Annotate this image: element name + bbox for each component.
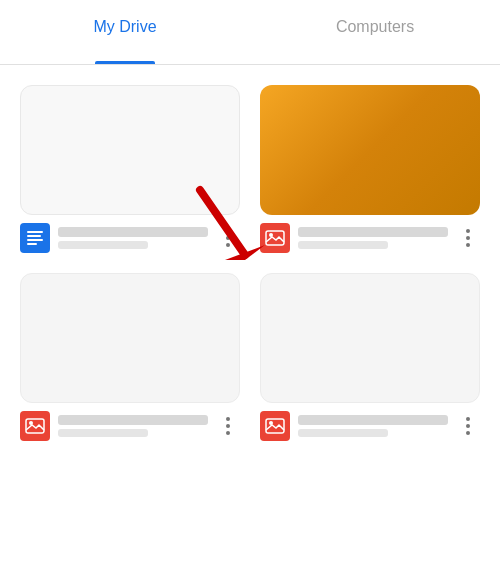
- thumbnail-3[interactable]: [20, 273, 240, 403]
- grid-item-1: [20, 85, 240, 253]
- file-name-area-4: [298, 415, 448, 437]
- file-name-subbar-2: [298, 241, 388, 249]
- doc-icon-1: [20, 223, 50, 253]
- thumbnail-2[interactable]: [260, 85, 480, 215]
- file-name-bar-4: [298, 415, 448, 425]
- file-name-bar-2: [298, 227, 448, 237]
- more-dot: [466, 243, 470, 247]
- doc-lines-1: [22, 225, 48, 251]
- file-name-area-1: [58, 227, 208, 249]
- file-name-bar-3: [58, 415, 208, 425]
- file-name-subbar-4: [298, 429, 388, 437]
- more-dot: [466, 424, 470, 428]
- more-dot: [226, 431, 230, 435]
- svg-rect-0: [266, 231, 284, 245]
- file-info-row-2: [260, 223, 480, 253]
- more-dot: [466, 417, 470, 421]
- more-menu-button-item-2[interactable]: [456, 226, 480, 250]
- file-name-subbar-1: [58, 241, 148, 249]
- file-name-area-3: [58, 415, 208, 437]
- svg-rect-2: [26, 419, 44, 433]
- svg-rect-4: [266, 419, 284, 433]
- file-info-row-4: [260, 411, 480, 441]
- file-name-subbar-3: [58, 429, 148, 437]
- tab-active-indicator: [95, 61, 155, 64]
- mountain-svg-4: [265, 418, 285, 434]
- file-name-bar-1: [58, 227, 208, 237]
- doc-line: [27, 243, 37, 245]
- thumbnail-1[interactable]: [20, 85, 240, 215]
- more-dot: [226, 236, 230, 240]
- more-dot: [226, 243, 230, 247]
- more-menu-button-item-3[interactable]: [216, 414, 240, 438]
- tab-computers[interactable]: Computers: [250, 0, 500, 64]
- more-menu-button-item-4[interactable]: [456, 414, 480, 438]
- more-menu-button-item-1[interactable]: [216, 226, 240, 250]
- grid-item-2: [260, 85, 480, 253]
- more-dot: [226, 417, 230, 421]
- more-dot: [466, 236, 470, 240]
- tab-my-drive-label: My Drive: [93, 18, 156, 36]
- file-name-area-2: [298, 227, 448, 249]
- doc-line: [27, 235, 41, 237]
- file-info-row-3: [20, 411, 240, 441]
- tab-computers-label: Computers: [336, 18, 414, 36]
- more-dot: [466, 431, 470, 435]
- image-icon-2: [260, 223, 290, 253]
- mountain-svg-3: [25, 418, 45, 434]
- more-dot: [466, 229, 470, 233]
- file-info-row-1: [20, 223, 240, 253]
- doc-line: [27, 231, 43, 233]
- doc-line: [27, 239, 43, 241]
- grid-item-4: [260, 273, 480, 441]
- thumbnail-4[interactable]: [260, 273, 480, 403]
- files-grid: [0, 65, 500, 461]
- more-dot: [226, 229, 230, 233]
- tab-bar: My Drive Computers: [0, 0, 500, 65]
- image-icon-3: [20, 411, 50, 441]
- grid-item-3: [20, 273, 240, 441]
- mountain-svg-2: [265, 230, 285, 246]
- tab-my-drive[interactable]: My Drive: [0, 0, 250, 64]
- more-dot: [226, 424, 230, 428]
- image-icon-4: [260, 411, 290, 441]
